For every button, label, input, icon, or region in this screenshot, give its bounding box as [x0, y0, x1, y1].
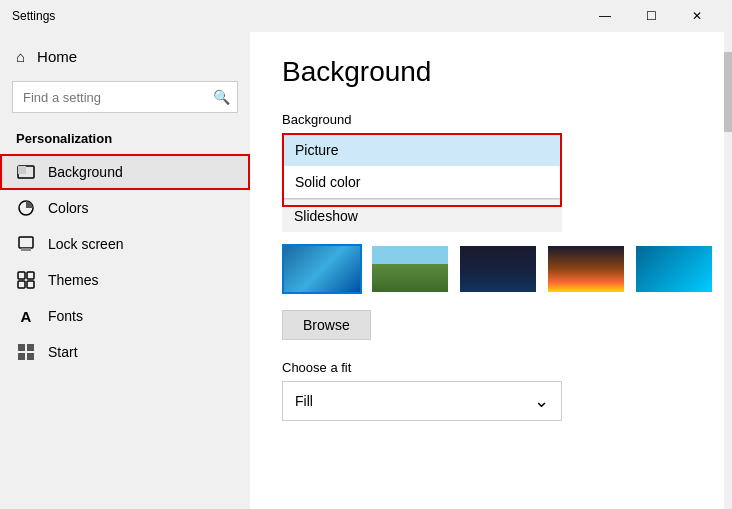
- svg-rect-1: [18, 166, 26, 174]
- svg-rect-6: [27, 272, 34, 279]
- minimize-button[interactable]: —: [582, 0, 628, 32]
- browse-button[interactable]: Browse: [282, 310, 371, 340]
- titlebar: Settings — ☐ ✕: [0, 0, 732, 32]
- chevron-down-icon: ⌄: [534, 390, 549, 412]
- wallpaper-thumbnails: [282, 244, 700, 294]
- sidebar-section-title: Personalization: [0, 125, 250, 154]
- sidebar-item-colors[interactable]: Colors: [0, 190, 250, 226]
- themes-label: Themes: [48, 272, 99, 288]
- fonts-icon: A: [16, 306, 36, 326]
- colors-label: Colors: [48, 200, 88, 216]
- svg-rect-10: [27, 344, 34, 351]
- main-content: Background Background Picture Solid colo…: [250, 32, 732, 509]
- scrollbar[interactable]: [724, 32, 732, 509]
- sidebar-item-home[interactable]: ⌂ Home: [0, 40, 250, 73]
- start-icon: [16, 342, 36, 362]
- wallpaper-thumb-1-img: [284, 246, 360, 292]
- svg-rect-7: [18, 281, 25, 288]
- wallpaper-thumb-3[interactable]: [458, 244, 538, 294]
- window-title: Settings: [12, 9, 582, 23]
- wallpaper-thumb-2-img: [372, 246, 448, 292]
- wallpaper-thumb-4-img: [548, 246, 624, 292]
- sidebar-item-start[interactable]: Start: [0, 334, 250, 370]
- wallpaper-thumb-5-img: [636, 246, 712, 292]
- svg-rect-11: [18, 353, 25, 360]
- close-button[interactable]: ✕: [674, 0, 720, 32]
- svg-rect-3: [19, 237, 33, 248]
- sidebar-item-themes[interactable]: Themes: [0, 262, 250, 298]
- wallpaper-thumb-4[interactable]: [546, 244, 626, 294]
- maximize-button[interactable]: ☐: [628, 0, 674, 32]
- search-box: 🔍: [12, 81, 238, 113]
- sidebar: ⌂ Home 🔍 Personalization Background: [0, 32, 250, 509]
- search-icon: 🔍: [213, 89, 230, 105]
- svg-rect-12: [27, 353, 34, 360]
- dropdown-option-picture[interactable]: Picture: [283, 134, 561, 166]
- sidebar-item-lockscreen[interactable]: Lock screen: [0, 226, 250, 262]
- sidebar-item-background[interactable]: Background: [0, 154, 250, 190]
- dropdown-option-slideshow[interactable]: Slideshow: [282, 199, 562, 232]
- wallpaper-thumb-2[interactable]: [370, 244, 450, 294]
- background-icon: [16, 162, 36, 182]
- lockscreen-icon: [16, 234, 36, 254]
- fit-dropdown-value: Fill: [295, 393, 313, 409]
- scrollbar-thumb[interactable]: [724, 52, 732, 132]
- background-label: Background: [48, 164, 123, 180]
- svg-rect-8: [27, 281, 34, 288]
- colors-icon: [16, 198, 36, 218]
- page-title: Background: [282, 56, 700, 88]
- window-controls: — ☐ ✕: [582, 0, 720, 32]
- themes-icon: [16, 270, 36, 290]
- search-input[interactable]: [12, 81, 238, 113]
- settings-window: Settings — ☐ ✕ ⌂ Home 🔍 Personalization: [0, 0, 732, 509]
- content-area: ⌂ Home 🔍 Personalization Background: [0, 32, 732, 509]
- sidebar-home-label: Home: [37, 48, 77, 65]
- dropdown-option-solid-color[interactable]: Solid color: [283, 166, 561, 198]
- dropdown-options-list: Picture Solid color: [282, 133, 562, 199]
- svg-rect-9: [18, 344, 25, 351]
- home-icon: ⌂: [16, 48, 25, 65]
- wallpaper-thumb-5[interactable]: [634, 244, 714, 294]
- fonts-label: Fonts: [48, 308, 83, 324]
- sidebar-item-fonts[interactable]: A Fonts: [0, 298, 250, 334]
- background-type-dropdown[interactable]: Picture Solid color Slideshow: [282, 133, 562, 232]
- start-label: Start: [48, 344, 78, 360]
- wallpaper-thumb-1[interactable]: [282, 244, 362, 294]
- background-section-label: Background: [282, 112, 700, 127]
- svg-rect-5: [18, 272, 25, 279]
- fit-section-label: Choose a fit: [282, 360, 700, 375]
- svg-rect-4: [21, 248, 31, 251]
- fit-dropdown[interactable]: Fill ⌄: [282, 381, 562, 421]
- lockscreen-label: Lock screen: [48, 236, 123, 252]
- wallpaper-thumb-3-img: [460, 246, 536, 292]
